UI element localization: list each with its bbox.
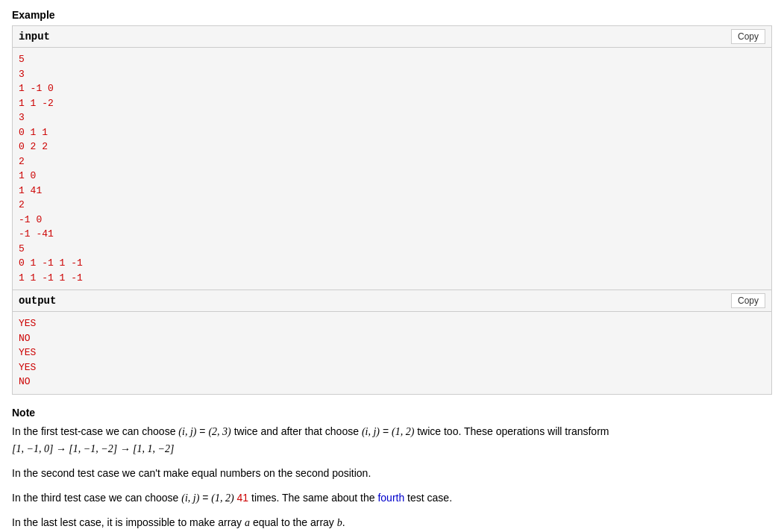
math-6: (i, j) bbox=[181, 492, 199, 504]
output-header: output Copy bbox=[13, 290, 771, 312]
note-title: Note bbox=[12, 407, 772, 419]
example-title: Example bbox=[12, 9, 772, 21]
output-block: output Copy YES NO YES YES NO bbox=[12, 290, 772, 395]
math-2: (2, 3) bbox=[208, 426, 231, 437]
output-content: YES NO YES YES NO bbox=[13, 312, 771, 394]
math-1: (i, j) bbox=[178, 426, 196, 437]
math-7: (1, 2) bbox=[211, 492, 233, 504]
note-paragraph-3: In the third test case we can choose (i,… bbox=[12, 489, 772, 507]
input-header: input Copy bbox=[13, 26, 771, 48]
highlight-fourth: fourth bbox=[377, 492, 404, 504]
example-section: Example input Copy 5 3 1 -1 0 1 1 -2 3 0… bbox=[12, 9, 772, 395]
input-block: input Copy 5 3 1 -1 0 1 1 -2 3 0 1 1 0 2… bbox=[12, 25, 772, 290]
note-paragraph-4: In the last lest case, it is impossible … bbox=[12, 514, 772, 531]
math-5: [1, −1, 0] → [1, −1, −2] → [1, 1, −2] bbox=[12, 443, 174, 454]
math-4: (1, 2) bbox=[392, 426, 414, 437]
math-b: b bbox=[337, 517, 342, 528]
note-paragraph-2: In the second test case we can't make eq… bbox=[12, 465, 772, 481]
math-3: (i, j) bbox=[362, 426, 380, 437]
math-a: a bbox=[245, 517, 250, 528]
input-content: 5 3 1 -1 0 1 1 -2 3 0 1 1 0 2 2 2 1 0 1 … bbox=[13, 48, 771, 290]
note-paragraph-1: In the first test-case we can choose (i,… bbox=[12, 423, 772, 458]
note-section: Note In the first test-case we can choos… bbox=[12, 407, 772, 532]
highlight-41: 41 bbox=[237, 492, 249, 504]
input-label: input bbox=[19, 31, 50, 43]
output-copy-button[interactable]: Copy bbox=[731, 293, 765, 308]
output-label: output bbox=[19, 295, 56, 307]
input-copy-button[interactable]: Copy bbox=[731, 29, 765, 44]
